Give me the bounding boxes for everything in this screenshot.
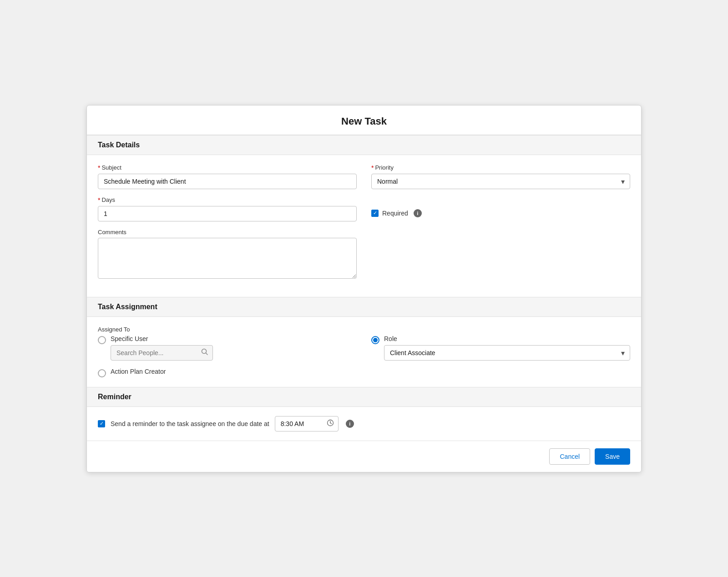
- modal-header: New Task: [87, 105, 641, 135]
- task-assignment-body: Assigned To Specific User: [87, 317, 641, 387]
- required-info-icon[interactable]: i: [414, 209, 422, 217]
- role-option: Role Client Associate Advisor Manager ▾: [371, 335, 630, 361]
- radio-dot: [373, 338, 378, 342]
- reminder-checkbox[interactable]: ✓: [98, 420, 105, 427]
- days-required-row: * Days ✓ Required i: [98, 196, 630, 221]
- subject-col: * Subject: [98, 164, 357, 189]
- save-button[interactable]: Save: [595, 448, 630, 465]
- reminder-time-wrapper: [275, 416, 339, 431]
- role-select-wrapper: Client Associate Advisor Manager ▾: [384, 345, 630, 361]
- priority-required-star: *: [371, 164, 374, 171]
- assigned-cols: Specific User: [98, 335, 630, 361]
- assigned-to-label: Assigned To: [98, 326, 630, 333]
- comments-textarea[interactable]: [98, 238, 357, 279]
- reminder-time-input[interactable]: [275, 416, 339, 431]
- action-plan-creator-row: Action Plan Creator: [98, 368, 630, 378]
- modal-title: New Task: [98, 115, 630, 127]
- days-col: * Days: [98, 196, 357, 221]
- subject-priority-row: * Subject * Priority Low Normal High Cri…: [98, 164, 630, 189]
- priority-label: * Priority: [371, 164, 630, 171]
- comments-label: Comments: [98, 229, 357, 236]
- days-input[interactable]: [98, 206, 357, 221]
- search-people-wrapper: [111, 345, 213, 361]
- cancel-button[interactable]: Cancel: [549, 448, 590, 465]
- role-label: Role: [384, 335, 630, 342]
- subject-required-star: *: [98, 164, 100, 171]
- comments-row: Comments: [98, 229, 630, 281]
- reminder-check-icon: ✓: [100, 421, 104, 426]
- subject-label: * Subject: [98, 164, 357, 171]
- search-people-input[interactable]: [111, 345, 213, 361]
- task-details-title: Task Details: [98, 141, 140, 149]
- required-checkbox[interactable]: ✓: [371, 210, 379, 217]
- role-select[interactable]: Client Associate Advisor Manager: [384, 345, 630, 361]
- action-plan-creator-radio[interactable]: [98, 369, 106, 377]
- specific-user-col: Specific User: [98, 335, 357, 361]
- role-col: Role Client Associate Advisor Manager ▾: [371, 335, 630, 361]
- reminder-row: ✓ Send a reminder to the task assignee o…: [98, 416, 630, 431]
- task-assignment-section-header: Task Assignment: [87, 297, 641, 317]
- modal-footer: Cancel Save: [87, 441, 641, 472]
- role-radio[interactable]: [371, 336, 379, 344]
- task-details-section-header: Task Details: [87, 135, 641, 155]
- reminder-label: Send a reminder to the task assignee on …: [111, 420, 269, 427]
- priority-select-wrapper: Low Normal High Critical ▾: [371, 174, 630, 189]
- priority-col: * Priority Low Normal High Critical ▾: [371, 164, 630, 189]
- days-required-star: *: [98, 196, 100, 204]
- specific-user-label: Specific User: [111, 335, 213, 342]
- action-plan-creator-label: Action Plan Creator: [111, 368, 166, 375]
- required-col: ✓ Required i: [371, 196, 630, 221]
- reminder-title: Reminder: [98, 393, 131, 401]
- new-task-modal: New Task Task Details * Subject * Priori…: [86, 105, 642, 472]
- specific-user-radio[interactable]: [98, 336, 106, 344]
- required-checkbox-row: ✓ Required i: [371, 209, 630, 217]
- reminder-section-header: Reminder: [87, 387, 641, 407]
- days-label: * Days: [98, 196, 357, 204]
- priority-select[interactable]: Low Normal High Critical: [371, 174, 630, 189]
- comments-right-spacer: [371, 229, 630, 281]
- reminder-info-icon[interactable]: i: [346, 420, 354, 428]
- comments-col: Comments: [98, 229, 357, 281]
- required-label: Required: [382, 210, 408, 217]
- task-details-body: * Subject * Priority Low Normal High Cri…: [87, 155, 641, 297]
- task-assignment-title: Task Assignment: [98, 303, 157, 311]
- reminder-body: ✓ Send a reminder to the task assignee o…: [87, 407, 641, 441]
- specific-user-option: Specific User: [98, 335, 357, 361]
- subject-input[interactable]: [98, 174, 357, 189]
- check-icon: ✓: [373, 211, 377, 216]
